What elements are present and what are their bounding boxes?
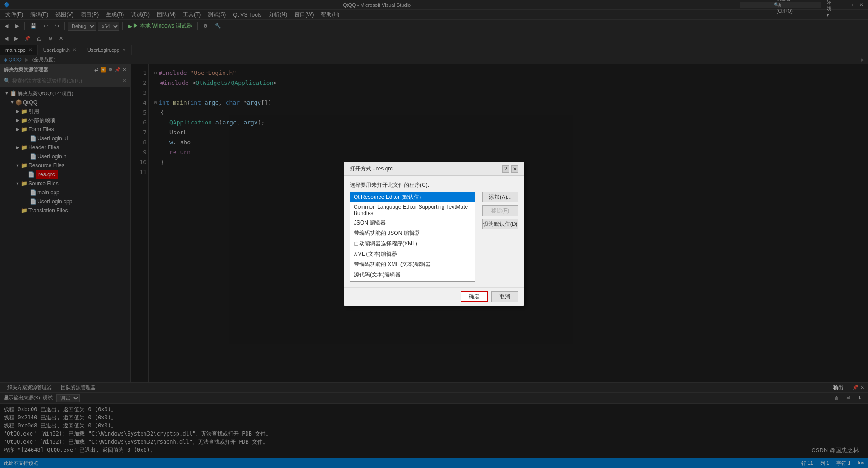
add-program-btn[interactable]: 添加(A)... [482, 192, 518, 202]
dialog-cancel-btn[interactable]: 取消 [491, 291, 518, 302]
remove-program-btn[interactable]: 移除(R) [482, 205, 518, 216]
dialog-label: 选择要用来打开此文件的程序(C): [350, 181, 518, 189]
dialog-title: 打开方式 - res.qrc ? ✕ [344, 162, 524, 176]
dialog-help-btn[interactable]: ? [502, 165, 509, 173]
list-item-4[interactable]: 自动编辑器选择程序(XML) [350, 239, 475, 249]
list-item-8[interactable]: 具有编码功能的源代码(文本)编辑器 [350, 280, 475, 282]
dialog-close-btn[interactable]: ✕ [511, 165, 518, 173]
dialog-right-buttons: 添加(A)... 移除(R) 设为默认值(D) [482, 192, 518, 282]
dialog-bottom-buttons: 确定 取消 [344, 287, 524, 306]
list-item-0[interactable]: Qt Resource Editor (默认值) [350, 192, 475, 202]
list-item-3[interactable]: 带编码功能的 JSON 编辑器 [350, 228, 475, 239]
dialog-title-controls: ? ✕ [502, 165, 518, 173]
list-item-5[interactable]: XML (文本)编辑器 [350, 249, 475, 259]
list-item-2[interactable]: JSON 编辑器 [350, 218, 475, 228]
list-item-1[interactable]: Common Language Editor Supporting TextMa… [350, 202, 475, 218]
open-with-dialog: 打开方式 - res.qrc ? ✕ 选择要用来打开此文件的程序(C): Qt … [344, 162, 524, 306]
set-default-btn[interactable]: 设为默认值(D) [482, 219, 518, 229]
dialog-overlay: 打开方式 - res.qrc ? ✕ 选择要用来打开此文件的程序(C): Qt … [0, 0, 868, 468]
dialog-body: 选择要用来打开此文件的程序(C): Qt Resource Editor (默认… [344, 176, 524, 287]
dialog-title-text: 打开方式 - res.qrc [350, 165, 393, 173]
dialog-confirm-btn[interactable]: 确定 [461, 291, 488, 302]
list-item-7[interactable]: 源代码(文本)编辑器 [350, 270, 475, 280]
dialog-list-area: Qt Resource Editor (默认值) Common Language… [350, 192, 518, 282]
list-item-6[interactable]: 带编码功能的 XML (文本)编辑器 [350, 259, 475, 270]
dialog-program-list[interactable]: Qt Resource Editor (默认值) Common Language… [350, 192, 475, 282]
